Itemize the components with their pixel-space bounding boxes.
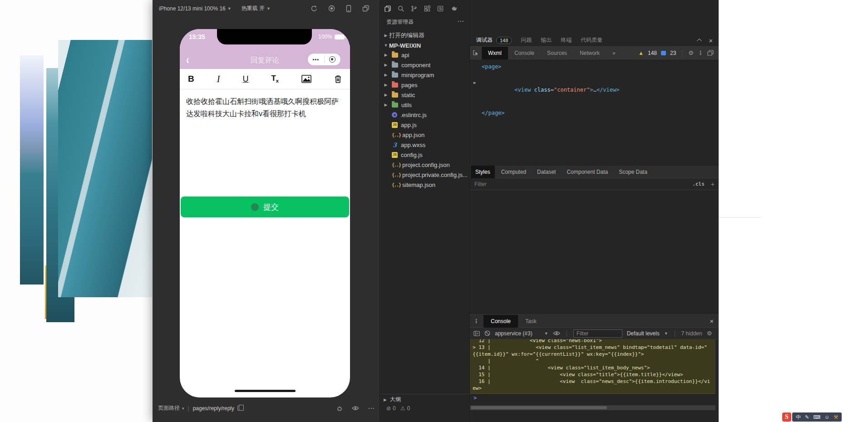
console-line: 15 | <view class="title">{{item.title}}<… (473, 371, 713, 378)
ime-face-icon[interactable]: ☺ (824, 414, 829, 420)
tab-scope-data[interactable]: Scope Data (614, 166, 652, 178)
tab-console-bottom[interactable]: Console (483, 315, 518, 328)
teapot-icon[interactable] (450, 6, 458, 11)
console-filter-input[interactable] (573, 329, 622, 338)
file-row-app-json[interactable]: ▶ app.json (380, 130, 470, 140)
eye-icon[interactable] (553, 331, 560, 336)
console-warning-entry[interactable]: 12 | <view class="news-box1"> > 13 | <vi… (470, 339, 715, 394)
open-editors-section[interactable]: ▶ 打开的编辑器 (380, 30, 470, 40)
submit-button[interactable]: 提交 (181, 196, 349, 217)
italic-button[interactable]: I (217, 74, 220, 84)
tab-output[interactable]: 输出 (541, 36, 552, 44)
comment-editor-content[interactable]: 收拾收拾霍山石斛扫街哦洒基哦久啊搜积极阿萨达发啦科技大山卡拉和v看很那打卡机 (180, 90, 350, 120)
debug-bug-icon[interactable] (336, 405, 343, 412)
tab-dataset[interactable]: Dataset (533, 166, 560, 178)
file-row-component[interactable]: ▶ component (380, 60, 470, 70)
file-row-pages[interactable]: ▶ pages (380, 80, 470, 90)
wxml-line[interactable]: <page> (470, 63, 719, 71)
element-picker-icon[interactable] (470, 47, 482, 59)
context-selector[interactable]: appservice (#3) (495, 330, 533, 337)
extensions-icon[interactable] (424, 5, 430, 12)
bold-button[interactable]: B (188, 74, 194, 84)
clear-console-icon[interactable] (484, 330, 490, 336)
ime-lang-toggle[interactable]: 中 (796, 414, 801, 421)
tab-sources[interactable]: Sources (541, 47, 573, 59)
collapse-icon[interactable] (697, 39, 702, 44)
file-row-api[interactable]: ▶ api (380, 50, 470, 60)
tab-debugger[interactable]: 调试器 (476, 36, 493, 44)
tab-styles[interactable]: Styles (471, 166, 495, 178)
expand-arrow-icon[interactable]: ▶ (473, 79, 476, 87)
explorer-more-icon[interactable]: ··· (458, 18, 464, 26)
cls-toggle[interactable]: .cls (692, 181, 705, 187)
more-options-icon[interactable]: ··· (368, 405, 375, 412)
page-path-dropdown[interactable]: 页面路径 (158, 404, 180, 412)
record-icon[interactable] (328, 5, 335, 12)
ime-keyboard-icon[interactable]: ⌨ (813, 414, 820, 420)
phone-mode-icon[interactable] (346, 5, 351, 12)
exit-miniprogram-icon[interactable] (325, 56, 341, 63)
tab-problems[interactable]: 问题 (521, 36, 532, 44)
file-row-eslintrc[interactable]: ▶ .eslintrc.js (380, 110, 470, 120)
console-line[interactable]: > 13 | <view class="list_item_news" bind… (473, 344, 713, 358)
tab-network[interactable]: Network (573, 47, 606, 59)
file-row-sitemap[interactable]: ▶ sitemap.json (380, 180, 470, 190)
close-icon[interactable]: × (710, 317, 714, 325)
log-levels-dropdown[interactable]: Default levels (627, 330, 660, 337)
snippet-icon[interactable] (437, 5, 444, 12)
clear-format-button[interactable]: Tx (271, 74, 279, 83)
file-row-app-wxss[interactable]: ▶ app.wxss (380, 140, 470, 150)
warning-count[interactable]: 148 (648, 50, 657, 56)
ime-toolbox-icon[interactable]: ⚒ (833, 414, 838, 420)
console-prompt[interactable]: > (473, 395, 477, 401)
tab-terminal[interactable]: 终端 (561, 36, 572, 44)
file-row-project-config[interactable]: ▶ project.config.json (380, 160, 470, 170)
file-row-project-private-config[interactable]: ▶ project.private.config.js... (380, 170, 470, 180)
tab-console[interactable]: Console (508, 47, 541, 59)
tab-task[interactable]: Task (518, 315, 544, 328)
sogou-logo-icon[interactable]: S (782, 412, 791, 422)
hot-reload-toggle[interactable]: 热重载 开 (242, 5, 265, 12)
source-control-icon[interactable] (411, 5, 417, 12)
file-row-utils[interactable]: ▶ utils (380, 100, 470, 110)
file-row-config-js[interactable]: ▶ config.js (380, 150, 470, 160)
trash-button[interactable] (334, 75, 342, 83)
gear-icon[interactable]: ⚙ (688, 49, 694, 56)
drag-handle-icon[interactable]: ⋮ (473, 318, 479, 324)
wxml-line[interactable]: </page> (470, 109, 719, 117)
device-selector[interactable]: iPhone 12/13 mini 100% 16 (159, 5, 226, 12)
copy-path-icon[interactable] (237, 406, 242, 411)
tab-computed[interactable]: Computed (497, 166, 531, 178)
problems-status[interactable]: ⊘ 0 ⚠ 0 (386, 405, 410, 412)
underline-button[interactable]: U (242, 74, 248, 84)
kebab-menu-icon[interactable]: ⋮ (698, 50, 703, 56)
search-icon[interactable] (398, 5, 404, 12)
explorer-title: 资源管理器 (386, 18, 414, 26)
tab-component-data[interactable]: Component Data (562, 166, 612, 178)
wxml-line[interactable]: ▶<view class="container">…</view> (470, 79, 719, 102)
project-root[interactable]: ▼ MP-WEIXIN (380, 40, 470, 50)
sidebar-toggle-icon[interactable] (473, 331, 480, 336)
styles-filter-input[interactable] (474, 181, 647, 187)
insert-image-button[interactable] (301, 75, 311, 83)
more-menu-icon[interactable]: ••• (308, 57, 324, 62)
files-icon[interactable] (385, 5, 391, 12)
more-tabs-icon[interactable]: » (606, 47, 622, 59)
console-settings-icon[interactable]: ⚙ (707, 330, 712, 337)
close-icon[interactable]: × (709, 37, 713, 44)
eye-icon[interactable] (352, 406, 359, 411)
ime-pen-icon[interactable]: ✎ (805, 414, 809, 420)
info-count[interactable]: 23 (670, 50, 676, 56)
outline-section[interactable]: ▶ 大纲 (380, 394, 470, 405)
console-log-area[interactable]: 12 | <view class="news-box1"> > 13 | <vi… (470, 339, 719, 413)
tab-code-quality[interactable]: 代码质量 (581, 36, 602, 44)
dock-icon[interactable] (707, 50, 714, 56)
file-row-miniprogram[interactable]: ▶ miniprogram (380, 70, 470, 80)
file-row-static[interactable]: ▶ static (380, 90, 470, 100)
multi-window-icon[interactable] (362, 5, 370, 12)
refresh-icon[interactable] (311, 5, 317, 12)
file-row-app-js[interactable]: ▶ app.js (380, 120, 470, 130)
horizontal-scrollbar[interactable] (470, 405, 715, 410)
add-style-icon[interactable]: + (711, 181, 715, 188)
tab-wxml[interactable]: Wxml (482, 47, 508, 59)
